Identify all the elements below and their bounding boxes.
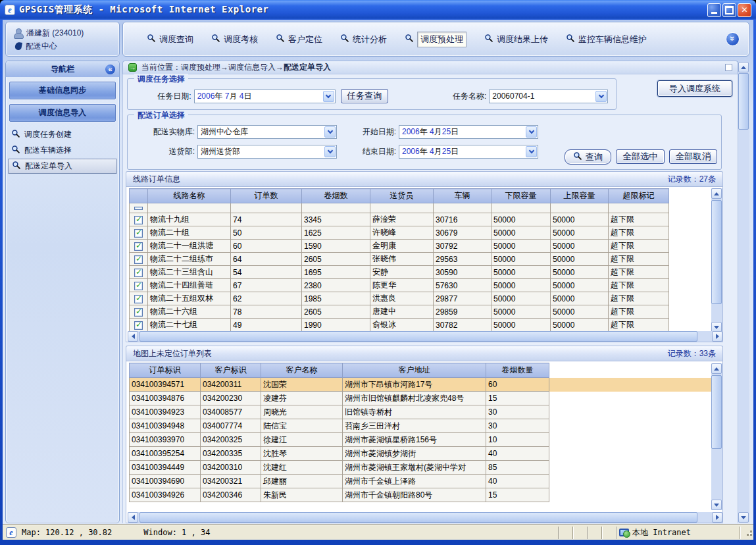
row-checkbox[interactable] xyxy=(134,321,143,330)
sidebar-group-button[interactable]: 基础信息同步 xyxy=(9,82,116,99)
sidebar-item-label: 调度任务创建 xyxy=(24,129,72,140)
toolbar-item[interactable]: 统计分析 xyxy=(340,34,387,45)
minimize-button[interactable] xyxy=(707,3,721,17)
task-query-button[interactable]: 任务查询 xyxy=(341,89,388,103)
close-button[interactable] xyxy=(738,3,751,17)
dropdown-arrow-icon[interactable] xyxy=(323,91,334,102)
filler-cell xyxy=(549,378,711,392)
main-vertical-scrollbar[interactable] xyxy=(738,62,749,523)
task-date-combobox[interactable]: 2006年 7月 4日 xyxy=(194,90,336,103)
scroll-left-button[interactable] xyxy=(128,331,138,342)
toolbar-item[interactable]: 客户定位 xyxy=(276,34,322,45)
geo-vertical-scrollbar[interactable] xyxy=(711,363,722,510)
route-vertical-scrollbar[interactable] xyxy=(711,188,722,332)
toolbar-item[interactable]: 调度考核 xyxy=(211,34,258,45)
delivery-dept-combobox[interactable]: 湖州送货部 xyxy=(197,145,337,159)
toolbar-item[interactable]: 监控车辆信息维护 xyxy=(566,34,647,45)
dropdown-arrow-icon[interactable] xyxy=(526,146,537,157)
dropdown-arrow-icon[interactable] xyxy=(526,126,537,138)
scrollbar-thumb[interactable] xyxy=(139,331,697,342)
route-row[interactable]: 物流二十一组洪塘601590金明康307925000050000超下限 xyxy=(130,240,711,253)
filler-cell xyxy=(549,433,711,447)
dropdown-arrow-icon[interactable] xyxy=(595,91,607,102)
sidebar-group-button[interactable]: 调度信息导入 xyxy=(9,104,116,122)
row-checkbox[interactable] xyxy=(134,216,143,224)
geo-row[interactable]: 034100394926034200346朱新民湖州市千金镇朝阳路80号15 xyxy=(130,488,711,502)
cell: 沈国荣 xyxy=(261,378,343,392)
collapse-sidebar-icon[interactable] xyxy=(105,65,115,74)
row-checkbox[interactable] xyxy=(134,269,143,277)
row-checkbox[interactable] xyxy=(134,282,143,290)
toolbar-item[interactable]: 调度预处理 xyxy=(405,32,466,47)
route-horizontal-scrollbar[interactable] xyxy=(128,331,722,342)
filler-cell xyxy=(669,319,711,332)
breadcrumb-path: 当前位置：调度预处理→调度信息导入→配送定单导入 xyxy=(141,62,331,73)
import-to-dispatch-button[interactable]: 导入调度系统 xyxy=(657,80,732,97)
dropdown-arrow-icon[interactable] xyxy=(324,146,336,157)
geo-row[interactable]: 034100394876034200230凌建芬湖州市旧馆镇麒麟村北凌家兜48号… xyxy=(130,392,711,405)
sidebar-title: 导航栏 xyxy=(51,64,74,75)
route-record-count: 记录数：27条 xyxy=(668,174,716,185)
scrollbar-thumb[interactable] xyxy=(738,73,749,130)
route-row[interactable]: 物流二十六组782605唐建中298595000050000超下限 xyxy=(130,305,711,319)
row-checkbox[interactable] xyxy=(134,255,143,264)
task-name-combobox[interactable]: 20060704-1 xyxy=(489,90,608,103)
row-checkbox[interactable] xyxy=(134,242,143,251)
chevron-double-down-icon[interactable] xyxy=(726,32,740,46)
start-date-combobox[interactable]: 2006年 4月25日 xyxy=(399,125,538,139)
route-row[interactable]: 物流二十五组双林621985洪惠良298775000050000超下限 xyxy=(130,292,711,305)
scrollbar-thumb[interactable] xyxy=(711,200,722,304)
dropdown-arrow-icon[interactable] xyxy=(324,126,336,138)
scroll-right-button[interactable] xyxy=(712,512,722,523)
scroll-down-button[interactable] xyxy=(738,512,749,523)
geo-horizontal-scrollbar[interactable] xyxy=(128,512,722,523)
column-header: 客户地址 xyxy=(343,363,486,378)
cell xyxy=(302,203,370,213)
sidebar-item[interactable]: 配送定单导入 xyxy=(8,159,117,174)
filler-cell xyxy=(669,292,711,305)
toolbar-item[interactable]: 调度查询 xyxy=(147,34,193,45)
geo-row[interactable]: 034100394923034008577周晓光旧馆镇寺桥村30 xyxy=(130,405,711,419)
route-table-header-bar: 线路订单信息 记录数：27条 xyxy=(126,171,723,186)
toolbar-item[interactable]: 调度结果上传 xyxy=(484,34,548,45)
scroll-left-button[interactable] xyxy=(128,512,138,523)
scroll-up-button[interactable] xyxy=(738,62,749,72)
geo-row[interactable]: 034100394948034007774陆信宝苕南乡三田洋村30 xyxy=(130,419,711,433)
row-checkbox[interactable] xyxy=(134,308,143,317)
cell: 湖州市下昂镇市河路17号 xyxy=(343,378,486,392)
geo-row[interactable]: 034100395254034200335沈胜琴湖州市菱湖镇梦湖街40 xyxy=(130,447,711,461)
row-checkbox[interactable] xyxy=(134,295,143,303)
geo-row[interactable]: 034100394449034200310沈建红湖州市菱湖镇王家墩村(菱湖中学对… xyxy=(130,461,711,475)
clear-all-button[interactable]: 全部取消 xyxy=(669,149,717,164)
scrollbar-thumb[interactable] xyxy=(139,512,697,523)
end-date-combobox[interactable]: 2006年 4月25日 xyxy=(399,145,538,159)
route-row[interactable]: 物流二十四组善琏672380陈更华576305000050000超下限 xyxy=(130,279,711,292)
select-all-button[interactable]: 全部选中 xyxy=(616,149,664,164)
geo-row[interactable]: 034100393970034200325徐建江湖州市菱湖镇星桥路156号10 xyxy=(130,433,711,447)
route-row[interactable]: 物流二十二组练市642605张晓伟295635000050000超下限 xyxy=(130,253,711,266)
cell: 50000 xyxy=(491,266,551,279)
column-header: 线路名称 xyxy=(148,189,231,203)
geo-row[interactable]: 034100394571034200311沈国荣湖州市下昂镇市河路17号60 xyxy=(130,378,711,392)
scrollbar-thumb[interactable] xyxy=(711,375,722,449)
route-row[interactable]: 物流十九组743345薛淦荣307165000050000超下限 xyxy=(130,213,711,226)
window-title: GPSGIS管理系统 - Microsoft Internet Explorer xyxy=(19,4,707,16)
route-row[interactable]: 物流二十三组含山541695安静305905000050000超下限 xyxy=(130,266,711,279)
scroll-up-button[interactable] xyxy=(711,188,722,199)
geo-row[interactable]: 034100394690034200321邱建丽湖州市千金镇上泽路40 xyxy=(130,475,711,488)
scroll-right-button[interactable] xyxy=(712,331,722,342)
warehouse-combobox[interactable]: 湖州中心仓库 xyxy=(197,125,337,139)
cell: 凌建芬 xyxy=(261,392,343,405)
scroll-up-button[interactable] xyxy=(711,363,722,374)
route-row[interactable]: 物流二十组501625许晓峰306795000050000超下限 xyxy=(130,226,711,240)
scroll-down-button[interactable] xyxy=(711,500,722,510)
route-row[interactable]: 物流二十七组491990俞银冰307825000050000超下限 xyxy=(130,319,711,332)
maximize-button[interactable] xyxy=(722,3,736,17)
collapse-panel-button[interactable] xyxy=(725,64,732,71)
query-button[interactable]: 查询 xyxy=(565,149,612,165)
cell: 40 xyxy=(486,475,549,488)
resize-grip[interactable] xyxy=(744,528,753,537)
sidebar-item[interactable]: 配送车辆选择 xyxy=(8,143,117,158)
sidebar-item[interactable]: 调度任务创建 xyxy=(8,127,117,142)
row-checkbox[interactable] xyxy=(134,229,143,238)
